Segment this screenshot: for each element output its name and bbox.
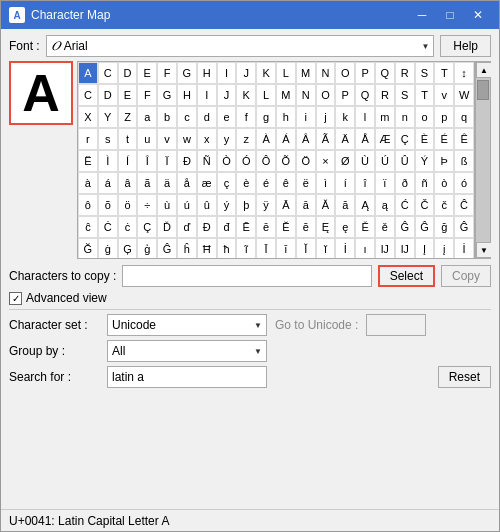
- char-cell[interactable]: Ñ: [197, 150, 217, 172]
- char-cell[interactable]: Ĝ: [454, 216, 474, 238]
- char-cell[interactable]: ö: [118, 194, 138, 216]
- char-cell[interactable]: Ē: [236, 216, 256, 238]
- char-cell[interactable]: l: [355, 106, 375, 128]
- char-cell[interactable]: m: [375, 106, 395, 128]
- char-cell[interactable]: A: [78, 62, 98, 84]
- char-cell[interactable]: S: [415, 62, 435, 84]
- char-cell[interactable]: ë: [296, 172, 316, 194]
- char-cell[interactable]: M: [296, 62, 316, 84]
- char-cell[interactable]: Ĝ: [395, 216, 415, 238]
- char-cell[interactable]: p: [434, 106, 454, 128]
- char-cell[interactable]: D: [98, 84, 118, 106]
- char-cell[interactable]: H: [177, 84, 197, 106]
- char-cell[interactable]: Ú: [375, 150, 395, 172]
- char-cell[interactable]: y: [217, 128, 237, 150]
- group-by-dropdown[interactable]: All ▼: [107, 340, 267, 362]
- char-cell[interactable]: n: [395, 106, 415, 128]
- char-cell[interactable]: ğ: [434, 216, 454, 238]
- char-cell[interactable]: Ī: [256, 238, 276, 259]
- char-cell[interactable]: Ð: [177, 150, 197, 172]
- char-cell[interactable]: À: [256, 128, 276, 150]
- char-cell[interactable]: á: [98, 172, 118, 194]
- char-cell[interactable]: å: [177, 172, 197, 194]
- char-cell[interactable]: ĩ: [236, 238, 256, 259]
- char-cell[interactable]: İ: [454, 238, 474, 259]
- char-cell[interactable]: ı: [355, 238, 375, 259]
- char-cell[interactable]: f: [236, 106, 256, 128]
- scroll-track[interactable]: [476, 78, 490, 242]
- char-cell[interactable]: þ: [236, 194, 256, 216]
- char-cell[interactable]: Į: [415, 238, 435, 259]
- char-cell[interactable]: į: [434, 238, 454, 259]
- select-button[interactable]: Select: [378, 265, 435, 287]
- char-cell[interactable]: Ç: [137, 216, 157, 238]
- char-cell[interactable]: Ì: [98, 150, 118, 172]
- char-cell[interactable]: Q: [375, 62, 395, 84]
- char-cell[interactable]: H: [197, 62, 217, 84]
- char-cell[interactable]: ß: [454, 150, 474, 172]
- char-cell[interactable]: Ą: [355, 194, 375, 216]
- char-cell[interactable]: M: [276, 84, 296, 106]
- char-cell[interactable]: C: [98, 62, 118, 84]
- char-cell[interactable]: Ċ: [98, 216, 118, 238]
- character-set-dropdown[interactable]: Unicode ▼: [107, 314, 267, 336]
- char-cell[interactable]: C: [78, 84, 98, 106]
- char-cell[interactable]: z: [236, 128, 256, 150]
- char-cell[interactable]: Ï: [157, 150, 177, 172]
- char-cell[interactable]: ê: [276, 172, 296, 194]
- char-cell[interactable]: I: [217, 62, 237, 84]
- char-cell[interactable]: ī: [276, 238, 296, 259]
- char-cell[interactable]: ġ: [98, 238, 118, 259]
- char-cell[interactable]: Y: [98, 106, 118, 128]
- char-cell[interactable]: N: [296, 84, 316, 106]
- char-cell[interactable]: W: [454, 84, 474, 106]
- char-cell[interactable]: e: [217, 106, 237, 128]
- char-cell[interactable]: Ě: [355, 216, 375, 238]
- char-cell[interactable]: K: [236, 84, 256, 106]
- char-cell[interactable]: İ: [335, 238, 355, 259]
- char-cell[interactable]: à: [78, 172, 98, 194]
- char-cell[interactable]: ú: [177, 194, 197, 216]
- advanced-view-checkbox[interactable]: ✓: [9, 292, 22, 305]
- char-cell[interactable]: Z: [118, 106, 138, 128]
- char-cell[interactable]: Ê: [454, 128, 474, 150]
- char-cell[interactable]: k: [335, 106, 355, 128]
- char-cell[interactable]: ô: [78, 194, 98, 216]
- char-cell[interactable]: Ó: [236, 150, 256, 172]
- char-cell[interactable]: J: [217, 84, 237, 106]
- char-cell[interactable]: s: [98, 128, 118, 150]
- char-cell[interactable]: Ù: [355, 150, 375, 172]
- char-cell[interactable]: ä: [157, 172, 177, 194]
- char-cell[interactable]: õ: [98, 194, 118, 216]
- char-cell[interactable]: ý: [217, 194, 237, 216]
- char-cell[interactable]: î: [355, 172, 375, 194]
- char-cell[interactable]: I: [197, 84, 217, 106]
- char-cell[interactable]: Â: [296, 128, 316, 150]
- char-cell[interactable]: j: [316, 106, 336, 128]
- char-cell[interactable]: G: [177, 62, 197, 84]
- char-cell[interactable]: ù: [157, 194, 177, 216]
- char-cell[interactable]: E: [118, 84, 138, 106]
- char-cell[interactable]: ĭ: [316, 238, 336, 259]
- char-cell[interactable]: Ò: [217, 150, 237, 172]
- char-cell[interactable]: ñ: [415, 172, 435, 194]
- char-cell[interactable]: P: [355, 62, 375, 84]
- char-cell[interactable]: ą: [375, 194, 395, 216]
- char-cell[interactable]: ĕ: [296, 216, 316, 238]
- char-cell[interactable]: ē: [256, 216, 276, 238]
- char-cell[interactable]: r: [78, 128, 98, 150]
- scroll-down-button[interactable]: ▼: [476, 242, 491, 258]
- char-cell[interactable]: Ę: [316, 216, 336, 238]
- char-cell[interactable]: Ø: [335, 150, 355, 172]
- char-cell[interactable]: T: [434, 62, 454, 84]
- char-cell[interactable]: ã: [137, 172, 157, 194]
- char-cell[interactable]: Ç: [395, 128, 415, 150]
- char-cell[interactable]: ā: [296, 194, 316, 216]
- char-cell[interactable]: ï: [375, 172, 395, 194]
- char-cell[interactable]: N: [316, 62, 336, 84]
- char-cell[interactable]: R: [395, 62, 415, 84]
- char-cell[interactable]: Ă: [316, 194, 336, 216]
- char-cell[interactable]: a: [137, 106, 157, 128]
- char-cell[interactable]: ↕: [454, 62, 474, 84]
- char-cell[interactable]: Þ: [434, 150, 454, 172]
